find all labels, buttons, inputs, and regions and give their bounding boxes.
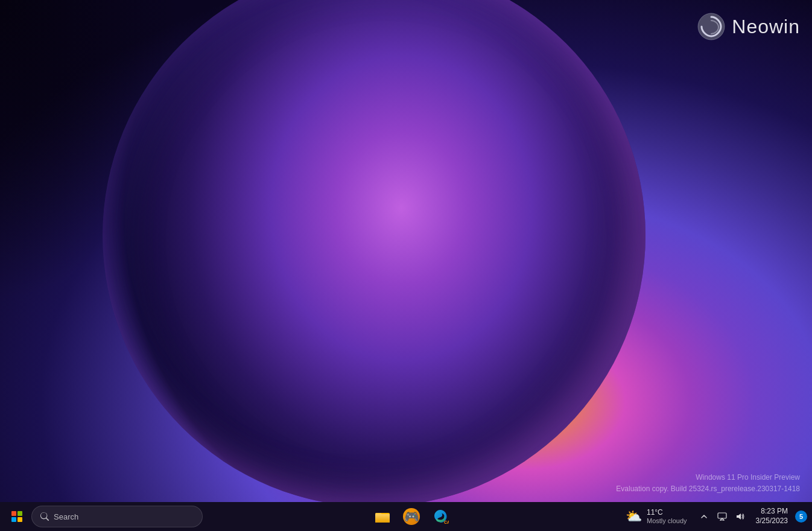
edge-icon: CAN	[432, 508, 449, 525]
display-button[interactable]	[714, 508, 731, 525]
folder-icon	[374, 508, 391, 525]
svg-rect-5	[718, 513, 726, 518]
windows-logo-icon	[11, 511, 22, 522]
weather-temperature: 11°C	[647, 508, 687, 517]
system-tray: ⛅ 11°C Mostly cloudy	[621, 506, 807, 527]
display-icon	[717, 512, 727, 521]
search-icon	[40, 512, 49, 521]
start-button[interactable]	[5, 504, 29, 529]
neowin-watermark: Neowin	[697, 12, 800, 41]
taskbar-pinned-apps: 🎮 CAN	[205, 503, 618, 530]
planet-graphic	[103, 0, 645, 502]
chevron-up-icon	[701, 514, 707, 520]
svg-rect-3	[375, 514, 390, 523]
build-info-line1: Windows 11 Pro Insider Preview	[616, 472, 800, 483]
clock-date: 3/25/2023	[756, 517, 788, 526]
notification-count: 5	[799, 513, 803, 520]
tray-icon-group	[696, 508, 749, 525]
taskbar-app-edge[interactable]: CAN	[427, 503, 454, 530]
weather-icon: ⛅	[626, 509, 642, 524]
weather-widget[interactable]: ⛅ 11°C Mostly cloudy	[621, 506, 692, 527]
build-info-watermark: Windows 11 Pro Insider Preview Evaluatio…	[616, 472, 800, 495]
win-logo-sq2	[17, 511, 22, 516]
search-bar[interactable]: Search	[31, 506, 203, 527]
svg-text:CAN: CAN	[444, 520, 449, 524]
taskbar-app-file-explorer[interactable]	[369, 503, 396, 530]
volume-icon	[735, 512, 745, 521]
clock-time: 8:23 PM	[761, 507, 788, 517]
notification-center-button[interactable]: 5	[795, 510, 807, 523]
neowin-brand-text: Neowin	[732, 16, 800, 38]
taskbar: Search 🎮	[0, 502, 812, 531]
taskbar-app-custom1[interactable]: 🎮	[398, 503, 425, 530]
weather-description: Mostly cloudy	[647, 517, 687, 525]
search-label: Search	[54, 512, 78, 521]
build-info-line2: Evaluation copy. Build 25324.rs_prerelea…	[616, 483, 800, 495]
volume-button[interactable]	[732, 508, 749, 525]
clock-widget[interactable]: 8:23 PM 3/25/2023	[752, 506, 791, 527]
weather-info: 11°C Mostly cloudy	[647, 508, 687, 525]
custom-app-icon: 🎮	[403, 508, 420, 525]
win-logo-sq1	[11, 511, 16, 516]
desktop-wallpaper	[0, 0, 812, 502]
show-hidden-icons-button[interactable]	[696, 508, 712, 525]
win-logo-sq4	[17, 517, 22, 522]
win-logo-sq3	[11, 517, 16, 522]
neowin-logo-icon	[697, 12, 726, 41]
